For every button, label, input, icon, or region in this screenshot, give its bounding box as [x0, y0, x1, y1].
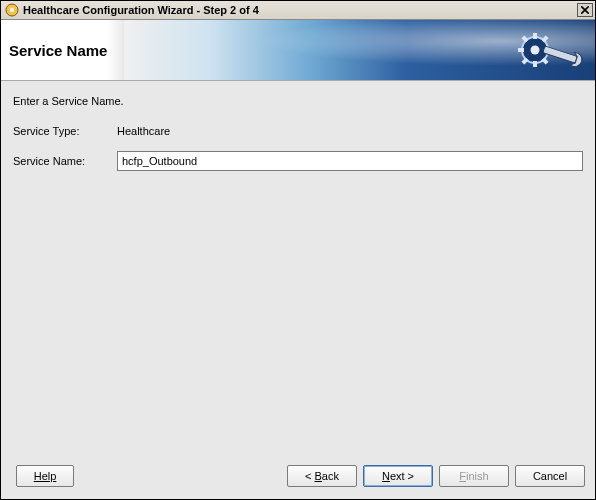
service-name-label: Service Name: — [13, 155, 117, 167]
service-name-row: Service Name: — [13, 151, 585, 171]
finish-button: Finish — [439, 465, 509, 487]
next-button[interactable]: Next > — [363, 465, 433, 487]
window-title: Healthcare Configuration Wizard - Step 2… — [23, 4, 577, 16]
svg-rect-5 — [533, 33, 537, 39]
close-icon — [581, 6, 589, 14]
svg-rect-6 — [533, 61, 537, 67]
header-left: Service Name — [1, 20, 124, 80]
app-icon — [5, 3, 19, 17]
back-button[interactable]: < Back — [287, 465, 357, 487]
instruction-text: Enter a Service Name. — [13, 95, 585, 107]
service-type-row: Service Type: Healthcare — [13, 125, 585, 137]
svg-rect-14 — [543, 46, 577, 63]
help-button[interactable]: Help — [16, 465, 74, 487]
header-graphic — [124, 20, 595, 80]
svg-point-13 — [531, 46, 540, 55]
titlebar: Healthcare Configuration Wizard - Step 2… — [1, 1, 595, 20]
service-type-label: Service Type: — [13, 125, 117, 137]
content-area: Enter a Service Name. Service Type: Heal… — [1, 81, 595, 459]
help-button-label: Help — [34, 470, 57, 482]
service-name-input[interactable] — [117, 151, 583, 171]
svg-point-1 — [10, 8, 14, 12]
service-type-value: Healthcare — [117, 125, 170, 137]
button-bar: Help < Back Next > Finish Cancel — [1, 459, 595, 499]
header-banner: Service Name — [1, 20, 595, 81]
gear-wrench-icon — [515, 28, 585, 76]
cancel-button-label: Cancel — [533, 470, 567, 482]
wizard-window: Healthcare Configuration Wizard - Step 2… — [0, 0, 596, 500]
close-button[interactable] — [577, 3, 593, 17]
step-title: Service Name — [9, 42, 107, 59]
cancel-button[interactable]: Cancel — [515, 465, 585, 487]
svg-rect-7 — [518, 48, 524, 52]
